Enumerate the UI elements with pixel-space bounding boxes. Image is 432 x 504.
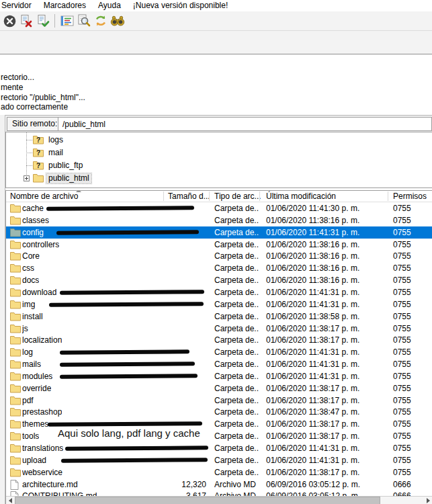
- file-type: Carpeta de...: [214, 347, 259, 358]
- file-row[interactable]: uploadCarpeta de...01/06/2020 11:41:31 p…: [6, 454, 432, 466]
- log-line: rectorio...: [1, 73, 34, 82]
- file-name: localization: [22, 335, 62, 345]
- reconnect-icon[interactable]: [36, 13, 50, 28]
- scroll-right-button[interactable]: [424, 497, 432, 504]
- file-name: prestashop: [22, 407, 62, 417]
- file-row[interactable]: webserviceCarpeta de...01/06/2020 11:38:…: [6, 466, 432, 478]
- file-permissions: 0755: [393, 431, 430, 442]
- file-icon: [10, 480, 19, 490]
- file-row[interactable]: cacheCarpeta de...01/06/2020 11:41:30 p.…: [6, 202, 432, 214]
- file-row[interactable]: jsCarpeta de...01/06/2020 11:38:17 p. m.…: [6, 323, 432, 335]
- column-separator[interactable]: [388, 192, 388, 201]
- folder-icon: [10, 468, 21, 478]
- file-row[interactable]: pdfCarpeta de...01/06/2020 11:38:17 p. m…: [6, 394, 432, 407]
- file-modified: 01/06/2020 11:41:31 p. m.: [266, 347, 386, 358]
- file-row[interactable]: overrideCarpeta de...01/06/2020 11:38:17…: [6, 382, 432, 394]
- file-row[interactable]: localizationCarpeta de...01/06/2020 11:3…: [6, 334, 432, 346]
- file-row[interactable]: CoreCarpeta de...01/06/2020 11:38:16 p. …: [6, 250, 432, 262]
- file-row[interactable]: architecture.md12,320Archivo MD06/09/201…: [6, 478, 432, 491]
- column-separator[interactable]: [259, 192, 260, 201]
- file-type: Carpeta de...: [214, 251, 259, 261]
- file-type: Carpeta de...: [214, 468, 259, 478]
- folder-icon: [10, 407, 21, 417]
- file-name: css: [22, 263, 34, 274]
- tree-item-logs[interactable]: ?logs: [6, 134, 432, 146]
- tree-item-public_ftp[interactable]: ?public_ftp: [6, 159, 432, 172]
- refresh-icon[interactable]: [93, 13, 108, 28]
- cancel-icon[interactable]: [2, 13, 17, 28]
- find-files-icon[interactable]: [110, 13, 125, 28]
- directory-listing-icon[interactable]: [77, 13, 91, 28]
- menu-ayuda[interactable]: Ayuda: [92, 0, 127, 11]
- scrollbar-thumb[interactable]: [15, 497, 380, 504]
- file-type: Carpeta de...: [214, 240, 259, 250]
- file-modified: 01/06/2020 11:41:31 p. m.: [266, 228, 386, 238]
- file-permissions: 0755: [393, 396, 430, 406]
- file-type: Carpeta de...: [214, 300, 259, 310]
- file-modified: 01/06/2020 11:38:17 p. m.: [266, 335, 386, 345]
- scroll-left-button[interactable]: [6, 497, 15, 504]
- file-modified: 01/06/2020 11:38:17 p. m.: [266, 419, 386, 429]
- column-separator[interactable]: [163, 192, 164, 201]
- svg-text:?: ?: [36, 149, 40, 157]
- tree-item-mail[interactable]: ?mail: [6, 146, 432, 159]
- file-type: Carpeta de...: [214, 419, 259, 429]
- file-row[interactable]: modulesCarpeta de...01/06/2020 11:41:31 …: [6, 370, 432, 382]
- file-permissions: 0755: [393, 335, 430, 345]
- file-size: [163, 468, 206, 478]
- horizontal-scrollbar[interactable]: [6, 496, 432, 504]
- disconnect-icon[interactable]: [19, 13, 34, 28]
- file-size: [163, 384, 206, 394]
- file-permissions: 0755: [393, 300, 430, 310]
- file-permissions: 0755: [393, 228, 430, 238]
- column-separator[interactable]: [209, 192, 210, 201]
- folder-icon: [10, 384, 21, 394]
- file-row[interactable]: docsCarpeta de...01/06/2020 11:38:16 p. …: [6, 274, 432, 286]
- tree-item-label: public_html: [46, 173, 91, 183]
- file-modified: 01/06/2020 11:41:31 p. m.: [266, 456, 386, 466]
- folder-icon: [10, 444, 21, 454]
- remote-site-label: Sitio remoto:: [7, 117, 62, 131]
- remote-tree-panel: ?logs?mail?public_ftppublic_html: [5, 132, 432, 188]
- file-row[interactable]: mailsCarpeta de...01/06/2020 11:41:31 p.…: [6, 358, 432, 370]
- file-modified: 01/06/2020 11:38:16 p. m.: [266, 263, 386, 274]
- column-header-type[interactable]: Tipo de arc...: [214, 192, 261, 202]
- file-row[interactable]: imgCarpeta de...01/06/2020 11:41:31 p. m…: [6, 298, 432, 310]
- column-header-size[interactable]: Tamaño d...: [168, 192, 210, 202]
- file-permissions: 0755: [393, 372, 430, 382]
- folder-icon: [10, 204, 21, 214]
- file-row[interactable]: translationsCarpeta de...01/06/2020 11:4…: [6, 442, 432, 454]
- menu-servidor[interactable]: Servidor: [0, 0, 38, 11]
- file-row[interactable]: downloadCarpeta de...01/06/2020 11:41:31…: [6, 286, 432, 298]
- file-size: [163, 407, 206, 417]
- file-type: Carpeta de...: [214, 312, 259, 322]
- remote-path-combobox[interactable]: /public_html: [58, 117, 432, 131]
- file-row[interactable]: configCarpeta de...01/06/2020 11:41:31 p…: [6, 226, 432, 239]
- file-name: Core: [22, 251, 40, 261]
- file-row[interactable]: installCarpeta de...01/06/2020 11:38:58 …: [6, 310, 432, 323]
- menu-marcadores[interactable]: Marcadores: [38, 0, 92, 11]
- column-header-name[interactable]: Nombre de archivo: [10, 192, 78, 202]
- redaction-mark: [60, 374, 198, 378]
- file-permissions: 0755: [393, 240, 430, 250]
- folder-icon: [10, 396, 21, 406]
- file-size: 12,320: [163, 480, 206, 490]
- column-header-modified[interactable]: Última modificación: [266, 192, 336, 202]
- file-name: classes: [22, 216, 49, 226]
- tree-item-public_html[interactable]: public_html: [6, 172, 432, 185]
- file-name: cache: [22, 204, 44, 214]
- file-row[interactable]: classesCarpeta de...01/06/2020 11:38:16 …: [6, 214, 432, 226]
- message-log-icon[interactable]: [60, 13, 75, 28]
- file-row[interactable]: prestashopCarpeta de...01/06/2020 11:38:…: [6, 406, 432, 418]
- file-row[interactable]: controllersCarpeta de...01/06/2020 11:38…: [6, 239, 432, 251]
- file-modified: 01/06/2020 11:41:31 p. m.: [266, 444, 386, 454]
- file-row[interactable]: cssCarpeta de...01/06/2020 11:38:16 p. m…: [6, 262, 432, 274]
- menu-new-version[interactable]: ¡Nueva versión disponible!: [127, 0, 234, 11]
- file-permissions: 0755: [393, 288, 430, 298]
- file-row[interactable]: logCarpeta de...01/06/2020 11:41:31 p. m…: [6, 346, 432, 358]
- file-type: Carpeta de...: [214, 444, 259, 454]
- expand-icon[interactable]: [24, 175, 30, 181]
- column-header-permissions[interactable]: Permisos: [393, 192, 427, 202]
- file-size: [163, 240, 206, 250]
- pane-splitter[interactable]: [0, 115, 5, 504]
